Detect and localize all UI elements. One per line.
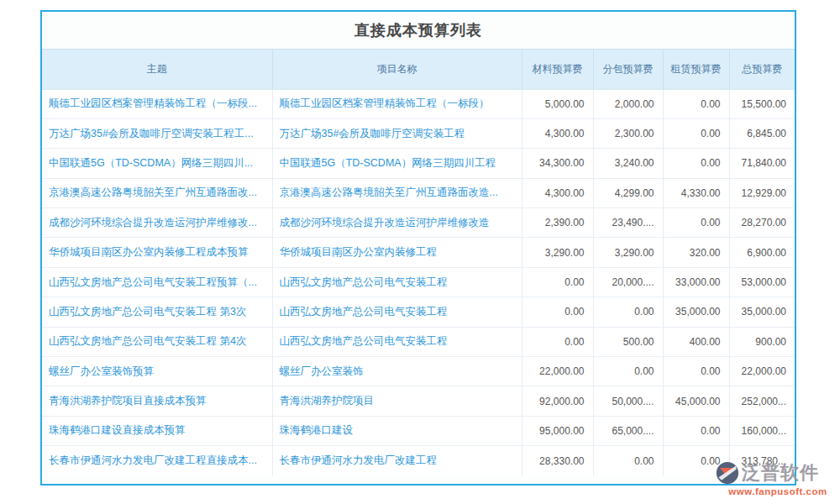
table-row: 成都沙河环境综合提升改造运河护岸维修改...成都沙河环境综合提升改造运河护岸维修… (42, 208, 795, 238)
column-header-total-budget: 总预算费 (729, 50, 795, 89)
subject-link[interactable]: 山西弘文房地产总公司电气安装工程 第4次 (49, 335, 246, 347)
lease-budget-value: 0.00 (663, 416, 729, 445)
subcontract-budget-value: 0.00 (593, 297, 663, 327)
project-link[interactable]: 华侨城项目南区办公室内装修工程 (280, 246, 438, 258)
table-row: 顺德工业园区档案管理精装饰工程（一标段...顺德工业园区档案管理精装饰工程（一标… (42, 89, 795, 118)
table-cell: 山西弘文房地产总公司电气安装工程 (272, 267, 522, 297)
table-row: 山西弘文房地产总公司电气安装工程预算（...山西弘文房地产总公司电气安装工程0.… (42, 267, 795, 297)
subcontract-budget-value: 4,299.00 (593, 178, 663, 207)
table-cell: 京港澳高速公路粤境韶关至广州互通路面改造... (272, 178, 522, 207)
watermark-brand-text: 泛普软件 (742, 460, 819, 486)
total-budget-value: 252,000... (729, 386, 795, 416)
table-cell: 华侨城项目南区办公室内装修工程成本预算 (42, 238, 272, 267)
table-cell: 青海洪湖养护院项目直接成本预算 (42, 386, 272, 416)
table-row: 万达广场35#会所及咖啡厅空调安装工程工...万达广场35#会所及咖啡厅空调安装… (42, 118, 795, 148)
material-budget-value: 4,300.00 (522, 118, 593, 148)
total-budget-value: 6,845.00 (729, 118, 795, 148)
table-cell: 成都沙河环境综合提升改造运河护岸维修改... (42, 208, 272, 238)
subject-link[interactable]: 山西弘文房地产总公司电气安装工程预算（... (49, 276, 257, 288)
project-link[interactable]: 万达广场35#会所及咖啡厅空调安装工程 (280, 128, 465, 139)
table-cell: 万达广场35#会所及咖啡厅空调安装工程 (272, 118, 522, 148)
subject-link[interactable]: 长春市伊通河水力发电厂改建工程直接成本... (49, 454, 257, 466)
table-cell: 山西弘文房地产总公司电气安装工程 第3次 (42, 297, 272, 327)
column-header-lease-budget: 租赁预算费 (663, 50, 729, 89)
project-link[interactable]: 珠海鹤港口建设 (280, 424, 354, 436)
table-cell: 中国联通5G（TD-SCDMA）网络三期四川... (42, 149, 272, 178)
watermark: 泛普软件 www.fanpusoft.com (716, 460, 840, 496)
budget-list-panel: 直接成本预算列表 主题 项目名称 材料预算费 分包预算费 租赁预算费 总预算费 … (40, 10, 796, 486)
lease-budget-value: 0.00 (663, 89, 729, 118)
table-cell: 山西弘文房地产总公司电气安装工程预算（... (42, 267, 272, 297)
subject-link[interactable]: 螺丝厂办公室装饰预算 (49, 365, 154, 377)
lease-budget-value: 0.00 (663, 118, 729, 148)
panel-title-bar: 直接成本预算列表 (42, 12, 795, 50)
lease-budget-value: 0.00 (663, 208, 729, 238)
table-cell: 顺德工业园区档案管理精装饰工程（一标段） (272, 89, 522, 118)
table-cell: 螺丝厂办公室装饰 (272, 357, 522, 386)
subject-link[interactable]: 华侨城项目南区办公室内装修工程成本预算 (49, 246, 249, 258)
project-link[interactable]: 中国联通5G（TD-SCDMA）网络三期四川工程 (280, 157, 496, 169)
total-budget-value: 71,840.00 (729, 149, 795, 178)
project-link[interactable]: 山西弘文房地产总公司电气安装工程 (280, 276, 448, 288)
subject-link[interactable]: 顺德工业园区档案管理精装饰工程（一标段... (49, 97, 257, 109)
subject-link[interactable]: 中国联通5G（TD-SCDMA）网络三期四川... (49, 157, 253, 169)
total-budget-value: 160,000... (729, 416, 795, 445)
subcontract-budget-value: 500.00 (593, 327, 663, 356)
subject-link[interactable]: 青海洪湖养护院项目直接成本预算 (49, 395, 207, 407)
total-budget-value: 28,270.00 (729, 208, 795, 238)
table-header-row: 主题 项目名称 材料预算费 分包预算费 租赁预算费 总预算费 (42, 50, 795, 89)
material-budget-value: 4,300.00 (522, 178, 593, 207)
project-link[interactable]: 山西弘文房地产总公司电气安装工程 (280, 335, 448, 347)
subcontract-budget-value: 3,290.00 (593, 238, 663, 267)
table-row: 京港澳高速公路粤境韶关至广州互通路面改...京港澳高速公路粤境韶关至广州互通路面… (42, 178, 795, 207)
subject-link[interactable]: 珠海鹤港口建设直接成本预算 (49, 424, 186, 436)
subcontract-budget-value: 50,000.... (593, 386, 663, 416)
lease-budget-value: 4,330.00 (663, 178, 729, 207)
subject-link[interactable]: 成都沙河环境综合提升改造运河护岸维修改... (49, 217, 257, 228)
table-row: 华侨城项目南区办公室内装修工程成本预算华侨城项目南区办公室内装修工程3,290.… (42, 238, 795, 267)
table-body: 顺德工业园区档案管理精装饰工程（一标段...顺德工业园区档案管理精装饰工程（一标… (42, 89, 795, 475)
table-row: 长春市伊通河水力发电厂改建工程直接成本...长春市伊通河水力发电厂改建工程28,… (42, 446, 795, 475)
page-title: 直接成本预算列表 (354, 20, 482, 40)
subcontract-budget-value: 0.00 (593, 357, 663, 386)
table-cell: 长春市伊通河水力发电厂改建工程直接成本... (42, 446, 272, 475)
table-cell: 顺德工业园区档案管理精装饰工程（一标段... (42, 89, 272, 118)
total-budget-value: 6,900.00 (729, 238, 795, 267)
project-link[interactable]: 长春市伊通河水力发电厂改建工程 (280, 454, 438, 466)
subcontract-budget-value: 23,490.... (593, 208, 663, 238)
table-cell: 山西弘文房地产总公司电气安装工程 (272, 327, 522, 356)
table-cell: 华侨城项目南区办公室内装修工程 (272, 238, 522, 267)
material-budget-value: 92,000.00 (522, 386, 593, 416)
project-link[interactable]: 山西弘文房地产总公司电气安装工程 (280, 306, 448, 318)
total-budget-value: 22,000.00 (729, 357, 795, 386)
total-budget-value: 35,000.00 (729, 297, 795, 327)
table-cell: 长春市伊通河水力发电厂改建工程 (272, 446, 522, 475)
table-cell: 万达广场35#会所及咖啡厅空调安装工程工... (42, 118, 272, 148)
table-header: 主题 项目名称 材料预算费 分包预算费 租赁预算费 总预算费 (42, 50, 795, 89)
table-cell: 山西弘文房地产总公司电气安装工程 第4次 (42, 327, 272, 356)
project-link[interactable]: 青海洪湖养护院项目 (280, 395, 375, 407)
lease-budget-value: 320.00 (663, 238, 729, 267)
table-cell: 珠海鹤港口建设直接成本预算 (42, 416, 272, 445)
subject-link[interactable]: 万达广场35#会所及咖啡厅空调安装工程工... (49, 128, 254, 139)
column-header-subcontract-budget: 分包预算费 (593, 50, 663, 89)
total-budget-value: 53,000.00 (729, 267, 795, 297)
lease-budget-value: 33,000.00 (663, 267, 729, 297)
project-link[interactable]: 顺德工业园区档案管理精装饰工程（一标段） (280, 97, 490, 109)
project-link[interactable]: 螺丝厂办公室装饰 (280, 365, 364, 377)
subcontract-budget-value: 2,000.00 (593, 89, 663, 118)
lease-budget-value: 0.00 (663, 357, 729, 386)
subject-link[interactable]: 京港澳高速公路粤境韶关至广州互通路面改... (49, 186, 257, 198)
total-budget-value: 12,929.00 (729, 178, 795, 207)
material-budget-value: 0.00 (522, 297, 593, 327)
subcontract-budget-value: 2,300.00 (593, 118, 663, 148)
lease-budget-value: 45,000.00 (663, 386, 729, 416)
project-link[interactable]: 京港澳高速公路粤境韶关至广州互通路面改造... (280, 186, 498, 198)
subject-link[interactable]: 山西弘文房地产总公司电气安装工程 第3次 (49, 306, 246, 318)
lease-budget-value: 400.00 (663, 327, 729, 356)
material-budget-value: 95,000.00 (522, 416, 593, 445)
table-cell: 中国联通5G（TD-SCDMA）网络三期四川工程 (272, 149, 522, 178)
table-row: 青海洪湖养护院项目直接成本预算青海洪湖养护院项目92,000.0050,000.… (42, 386, 795, 416)
project-link[interactable]: 成都沙河环境综合提升改造运河护岸维修改造 (280, 217, 490, 228)
subcontract-budget-value: 3,240.00 (593, 149, 663, 178)
